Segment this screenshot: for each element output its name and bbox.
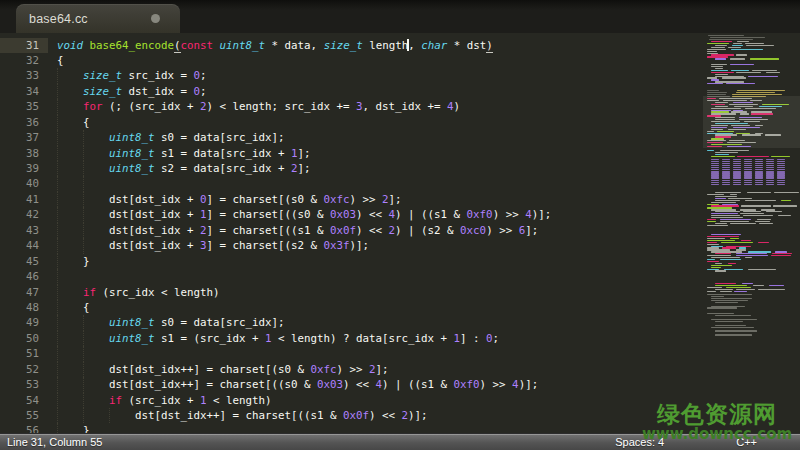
indent-guide bbox=[83, 207, 84, 222]
indent-guide bbox=[83, 176, 84, 191]
code-line[interactable]: 35for (; (src_idx + 2) < length; src_idx… bbox=[0, 99, 800, 114]
indent-guide bbox=[109, 408, 110, 423]
indent-guide bbox=[57, 285, 58, 300]
indent-guide bbox=[57, 130, 58, 145]
line-number[interactable]: 39 bbox=[0, 161, 48, 176]
code-line[interactable]: 46 bbox=[0, 269, 800, 284]
code-line[interactable]: 51 bbox=[0, 346, 800, 361]
line-number[interactable]: 43 bbox=[0, 223, 48, 238]
tab-base64cc[interactable]: base64.cc bbox=[16, 4, 180, 33]
line-number[interactable]: 56 bbox=[0, 423, 48, 433]
line-number[interactable]: 47 bbox=[0, 285, 48, 300]
code-line-text: uint8_t s2 = data[src_idx + 2]; bbox=[48, 161, 800, 176]
indent-guide bbox=[83, 146, 84, 161]
code-line-text: } bbox=[48, 254, 800, 269]
indent-guide bbox=[83, 130, 84, 145]
code-line[interactable]: 31void base64_encode(const uint8_t * dat… bbox=[0, 38, 800, 53]
indent-guide bbox=[57, 176, 58, 191]
indent-guide bbox=[83, 377, 84, 392]
line-number[interactable]: 34 bbox=[0, 84, 48, 99]
code-editor[interactable]: 31void base64_encode(const uint8_t * dat… bbox=[0, 33, 800, 433]
indent-guide bbox=[57, 99, 58, 114]
code-line[interactable]: 39uint8_t s2 = data[src_idx + 2]; bbox=[0, 161, 800, 176]
line-number[interactable]: 44 bbox=[0, 238, 48, 253]
status-bar: Line 31, Column 55 Spaces: 4 C++ bbox=[0, 433, 800, 450]
code-line[interactable]: 32{ bbox=[0, 53, 800, 68]
code-line-text: uint8_t s1 = (src_idx + 1 < length) ? da… bbox=[48, 331, 800, 346]
line-number[interactable]: 36 bbox=[0, 115, 48, 130]
code-line[interactable]: 52dst[dst_idx++] = charset[(s0 & 0xfc) >… bbox=[0, 362, 800, 377]
tab-title: base64.cc bbox=[16, 12, 88, 26]
code-line[interactable]: 37uint8_t s0 = data[src_idx]; bbox=[0, 130, 800, 145]
code-line[interactable]: 54if (src_idx + 1 < length) bbox=[0, 393, 800, 408]
code-line[interactable]: 47if (src_idx < length) bbox=[0, 285, 800, 300]
line-number[interactable]: 42 bbox=[0, 207, 48, 222]
code-line[interactable]: 40 bbox=[0, 176, 800, 191]
line-number[interactable]: 50 bbox=[0, 331, 48, 346]
tab-modified-dot-icon[interactable] bbox=[151, 14, 160, 23]
code-line-text bbox=[48, 269, 800, 284]
code-line[interactable]: 41dst[dst_idx + 0] = charset[(s0 & 0xfc)… bbox=[0, 192, 800, 207]
code-line[interactable]: 44dst[dst_idx + 3] = charset[(s2 & 0x3f)… bbox=[0, 238, 800, 253]
line-number[interactable]: 52 bbox=[0, 362, 48, 377]
line-number[interactable]: 48 bbox=[0, 300, 48, 315]
indent-guide bbox=[57, 362, 58, 377]
indent-guide bbox=[57, 377, 58, 392]
line-number[interactable]: 54 bbox=[0, 393, 48, 408]
code-line-text: dst[dst_idx++] = charset[((s0 & 0x03) <<… bbox=[48, 377, 800, 392]
code-line[interactable]: 42dst[dst_idx + 1] = charset[((s0 & 0x03… bbox=[0, 207, 800, 222]
code-line[interactable]: 56} bbox=[0, 423, 800, 433]
code-line[interactable]: 38uint8_t s1 = data[src_idx + 1]; bbox=[0, 146, 800, 161]
code-line[interactable]: 50uint8_t s1 = (src_idx + 1 < length) ? … bbox=[0, 331, 800, 346]
indent-guide bbox=[57, 68, 58, 83]
code-line-text: { bbox=[48, 53, 800, 68]
code-line[interactable]: 34size_t dst_idx = 0; bbox=[0, 84, 800, 99]
code-line-text: size_t dst_idx = 0; bbox=[48, 84, 800, 99]
line-number[interactable]: 49 bbox=[0, 315, 48, 330]
indent-guide bbox=[83, 408, 84, 423]
line-number[interactable]: 31 bbox=[0, 38, 48, 53]
line-number[interactable]: 46 bbox=[0, 269, 48, 284]
line-number[interactable]: 53 bbox=[0, 377, 48, 392]
code-line-text: for (; (src_idx + 2) < length; src_idx +… bbox=[48, 99, 800, 114]
code-line-text: size_t src_idx = 0; bbox=[48, 68, 800, 83]
code-line[interactable]: 48{ bbox=[0, 300, 800, 315]
code-line[interactable]: 43dst[dst_idx + 2] = charset[((s1 & 0x0f… bbox=[0, 223, 800, 238]
minimap[interactable] bbox=[703, 33, 800, 433]
line-number[interactable]: 41 bbox=[0, 192, 48, 207]
code-line-text: { bbox=[48, 300, 800, 315]
code-line[interactable]: 36{ bbox=[0, 115, 800, 130]
line-number[interactable]: 45 bbox=[0, 254, 48, 269]
indentation-selector[interactable]: Spaces: 4 bbox=[615, 436, 664, 448]
code-line-text: { bbox=[48, 115, 800, 130]
code-area: 31void base64_encode(const uint8_t * dat… bbox=[0, 38, 800, 434]
line-number[interactable]: 33 bbox=[0, 68, 48, 83]
line-number[interactable]: 35 bbox=[0, 99, 48, 114]
indent-guide bbox=[57, 207, 58, 222]
line-number[interactable]: 51 bbox=[0, 346, 48, 361]
syntax-selector[interactable]: C++ bbox=[736, 436, 757, 448]
line-number[interactable]: 37 bbox=[0, 130, 48, 145]
line-number[interactable]: 32 bbox=[0, 53, 48, 68]
indent-guide bbox=[57, 423, 58, 433]
code-line-text: } bbox=[48, 423, 800, 433]
code-line[interactable]: 55dst[dst_idx++] = charset[((s1 & 0x0f) … bbox=[0, 408, 800, 423]
indent-guide bbox=[83, 346, 84, 361]
indent-guide bbox=[83, 192, 84, 207]
indent-guide bbox=[57, 408, 58, 423]
code-line-text: dst[dst_idx + 1] = charset[((s0 & 0x03) … bbox=[48, 207, 800, 222]
indent-guide bbox=[57, 300, 58, 315]
code-line[interactable]: 49uint8_t s0 = data[src_idx]; bbox=[0, 315, 800, 330]
indent-guide bbox=[57, 223, 58, 238]
code-line[interactable]: 45} bbox=[0, 254, 800, 269]
line-number[interactable]: 40 bbox=[0, 176, 48, 191]
minimap-viewport[interactable] bbox=[703, 96, 800, 148]
line-number[interactable]: 38 bbox=[0, 146, 48, 161]
code-line-text: dst[dst_idx++] = charset[((s1 & 0x0f) <<… bbox=[48, 408, 800, 423]
code-line-text: uint8_t s0 = data[src_idx]; bbox=[48, 315, 800, 330]
code-line[interactable]: 33size_t src_idx = 0; bbox=[0, 68, 800, 83]
code-line[interactable]: 53dst[dst_idx++] = charset[((s0 & 0x03) … bbox=[0, 377, 800, 392]
code-line-text: dst[dst_idx + 0] = charset[(s0 & 0xfc) >… bbox=[48, 192, 800, 207]
code-line-text: dst[dst_idx + 3] = charset[(s2 & 0x3f)]; bbox=[48, 238, 800, 253]
line-number[interactable]: 55 bbox=[0, 408, 48, 423]
